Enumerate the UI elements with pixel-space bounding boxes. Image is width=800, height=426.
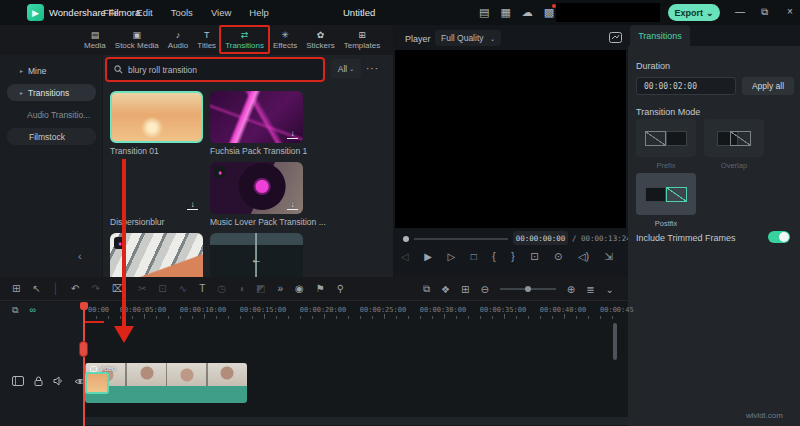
menu-file[interactable]: File — [103, 7, 118, 18]
split-icon[interactable]: ✂ — [138, 283, 146, 294]
transition-thumb-transition-01[interactable] — [110, 91, 203, 143]
tab-audio[interactable]: ♪ Audio — [167, 30, 189, 50]
ruler-minor-ticks[interactable] — [84, 316, 624, 319]
duration-input[interactable]: 00:00:02:00 — [636, 77, 736, 95]
mute-track-icon[interactable] — [53, 376, 64, 386]
menu-view[interactable]: View — [211, 7, 231, 18]
quality-dropdown[interactable]: Full Quality ⌄ — [435, 30, 501, 46]
video-track-icon — [12, 376, 24, 386]
speed-icon[interactable]: ◷ — [217, 283, 226, 294]
volume-icon[interactable]: ◁) — [578, 251, 589, 262]
render-preview-icon[interactable]: ◉ — [295, 283, 304, 294]
layout-icon[interactable]: ▤ — [479, 5, 489, 19]
display-device-icon[interactable]: ⊡ — [530, 251, 538, 262]
tab-stock-media[interactable]: ▣ Stock Media — [114, 30, 160, 50]
more-options-button[interactable]: ··· — [366, 63, 379, 74]
color-icon[interactable]: ◑ — [238, 283, 244, 294]
tab-transitions[interactable]: ⇄ Transitions — [224, 30, 265, 50]
tab-effects[interactable]: ✳ Effects — [272, 30, 298, 50]
timeline-scrollbar[interactable] — [613, 323, 617, 360]
undo-icon[interactable]: ↶ — [71, 283, 79, 294]
zoom-slider-handle[interactable] — [525, 286, 531, 292]
save-icon[interactable]: ▦ — [500, 5, 510, 19]
mixer-icon[interactable]: ⧉ — [423, 283, 430, 295]
tab-titles[interactable]: T Titles — [196, 30, 217, 50]
current-timecode[interactable]: 00:00:00:00 — [513, 231, 568, 245]
link-clips-icon[interactable]: ∞ — [29, 305, 35, 316]
mark-in-icon[interactable]: { — [492, 251, 495, 262]
play-icon[interactable]: ▷ — [448, 251, 456, 262]
select-tool-icon[interactable]: ↖ — [32, 283, 40, 294]
prev-frame-icon[interactable]: ◁ — [401, 251, 409, 262]
transition-thumb-row3-right[interactable]: ← — [210, 233, 303, 277]
chevron-down-icon: ⌄ — [349, 65, 354, 72]
sidebar-item-audio-transitions[interactable]: Audio Transitio... — [7, 106, 96, 123]
mode-prefix-label: Prefix — [636, 161, 696, 170]
zoom-slider[interactable] — [500, 288, 556, 290]
transition-thumb-music-lover[interactable]: ♦ ↓ — [210, 162, 303, 214]
mark-out-icon[interactable]: } — [511, 251, 514, 262]
scrubber-track[interactable] — [414, 238, 508, 240]
sidebar-item-mine[interactable]: ▸ Mine — [7, 62, 96, 79]
apply-all-button[interactable]: Apply all — [742, 77, 794, 95]
mask-icon[interactable]: ◩ — [256, 283, 265, 294]
video-preview[interactable] — [395, 50, 626, 228]
search-input[interactable]: blury roll transition — [105, 57, 325, 82]
collapse-sidebar-button[interactable]: ‹ — [78, 250, 82, 262]
tab-stickers[interactable]: ✿ Stickers — [305, 30, 335, 50]
playhead-grip[interactable] — [79, 341, 88, 357]
fullscreen-icon[interactable]: ⇲ — [605, 251, 613, 262]
playhead-handle[interactable] — [80, 302, 88, 310]
sidebar-item-filmstock[interactable]: Filmstock — [7, 128, 96, 145]
workspace-icon[interactable]: ▩ — [544, 5, 554, 19]
media-panel-icon[interactable]: ⊞ — [12, 283, 20, 294]
mode-postfix-card[interactable] — [636, 173, 696, 215]
transition-thumb-fuchsia-pack[interactable]: ↓ — [210, 91, 303, 143]
menu-tools[interactable]: Tools — [171, 7, 193, 18]
stop-icon[interactable]: □ — [471, 251, 477, 262]
include-trimmed-toggle[interactable] — [768, 231, 790, 243]
close-button[interactable]: × — [787, 6, 793, 17]
zoom-in-icon[interactable]: ⊕ — [567, 284, 575, 295]
display-settings-icon[interactable] — [609, 32, 622, 43]
tab-templates[interactable]: ⊞ Templates — [343, 30, 381, 50]
scrubber-handle[interactable] — [403, 236, 409, 242]
tab-media[interactable]: ▤ Media — [83, 30, 107, 50]
mode-overlap-card[interactable] — [704, 119, 764, 157]
empty-track-lane[interactable] — [85, 417, 628, 425]
toolbar-more-icon[interactable]: ⌄ — [606, 284, 614, 295]
video-clip-body[interactable] — [85, 386, 247, 403]
play-to-in-icon[interactable]: ▶ — [424, 251, 432, 262]
menu-help[interactable]: Help — [249, 7, 269, 18]
applied-transition-chip[interactable] — [85, 372, 109, 394]
fit-timeline-icon[interactable]: ⊞ — [461, 284, 469, 295]
properties-tab-transitions[interactable]: Transitions — [630, 25, 690, 46]
playhead-line[interactable] — [83, 302, 85, 426]
manage-tracks-icon[interactable]: ⧉ — [12, 305, 18, 316]
redo-icon[interactable]: ↷ — [91, 283, 99, 294]
menu-edit[interactable]: Edit — [136, 7, 152, 18]
export-button[interactable]: Export⌄ — [668, 4, 720, 21]
audio-icon: ♪ — [176, 30, 181, 40]
audio-stretch-icon[interactable]: ∿ — [179, 283, 187, 294]
minimize-button[interactable]: — — [735, 6, 745, 17]
crop-icon[interactable]: ⊡ — [158, 283, 166, 294]
timeline-panel: ⊞ ↖ │ ↶ ↷ ⌦ ✂ ⊡ ∿ T ◷ ◑ ◩ » ◉ ⚑ ⚲ ⧉ ❖ ⊞ … — [0, 277, 628, 426]
zoom-out-icon[interactable]: ⊖ — [480, 284, 488, 295]
mode-prefix-card[interactable] — [636, 119, 696, 157]
voiceover-icon[interactable]: ⚲ — [337, 283, 344, 294]
postfix-diagram-icon — [666, 187, 687, 202]
transition-mode-label: Transition Mode — [636, 107, 700, 117]
cloud-upload-icon[interactable]: ☁ — [522, 5, 533, 19]
more-tools-icon[interactable]: » — [277, 283, 283, 294]
sidebar-item-transitions[interactable]: ▸ Transitions — [7, 84, 96, 101]
lock-track-icon[interactable] — [34, 376, 43, 386]
auto-ripple-icon[interactable]: ❖ — [441, 284, 450, 295]
filter-dropdown[interactable]: All ⌄ — [331, 59, 361, 78]
marker-icon[interactable]: ⚑ — [316, 283, 325, 294]
track-height-icon[interactable]: ≣ — [586, 284, 594, 295]
snapshot-icon[interactable]: ⊙ — [554, 251, 562, 262]
chevron-down-icon: ⌄ — [706, 8, 714, 18]
text-tool-icon[interactable]: T — [199, 283, 205, 294]
restore-button[interactable]: ⧉ — [761, 6, 768, 18]
